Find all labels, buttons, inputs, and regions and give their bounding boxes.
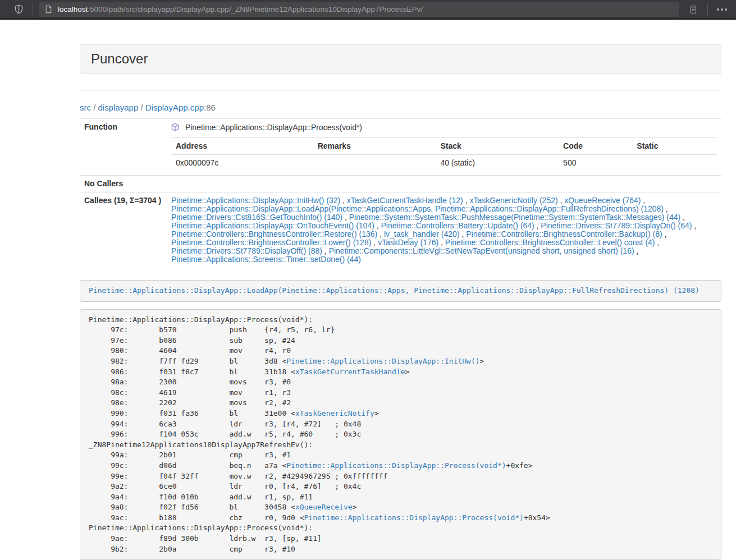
callee-link[interactable]: Pinetime::Applications::DisplayApp::Load… xyxy=(171,204,664,213)
function-name: Pinetime::Applications::DisplayApp::Proc… xyxy=(185,123,362,132)
column-static: Static xyxy=(632,138,717,155)
asm-symbol-link[interactable]: xTaskGetCurrentTaskHandle xyxy=(295,368,405,376)
callee-link[interactable]: Pinetime::Applications::Screens::Timer::… xyxy=(171,255,361,264)
browser-toolbar: localhost:5000/path/src/displayapp/Displ… xyxy=(0,0,736,20)
toolbar-divider xyxy=(33,4,33,15)
callee-link[interactable]: Pinetime::Drivers::Cst816S::GetTouchInfo… xyxy=(171,213,342,222)
app-header: Puncover xyxy=(80,44,721,74)
asm-symbol-link[interactable]: Pinetime::Applications::DisplayApp::Init… xyxy=(286,357,479,365)
toolbar-divider xyxy=(707,4,708,15)
callee-link[interactable]: lv_task_handler (420) xyxy=(384,229,460,238)
value-remarks xyxy=(313,155,436,172)
page-title: Puncover xyxy=(91,51,148,66)
assembly-listing: Pinetime::Applications::DisplayApp::Proc… xyxy=(80,309,721,560)
page-icon xyxy=(44,5,53,13)
callee-link[interactable]: vTaskDelay (176) xyxy=(378,238,438,247)
url-hostname: localhost xyxy=(58,5,88,13)
breadcrumb-line-number: :86 xyxy=(204,103,216,112)
breadcrumb-separator: / xyxy=(140,103,143,112)
asm-symbol-link[interactable]: Pinetime::Applications::DisplayApp::Proc… xyxy=(286,461,506,470)
callee-link[interactable]: Pinetime::Controllers::BrightnessControl… xyxy=(445,238,655,247)
shield-icon[interactable] xyxy=(10,2,27,17)
stats-value-row: 0x0000097c 40 (static) 500 xyxy=(171,155,717,172)
asm-symbol-link[interactable]: Pinetime::Applications::DisplayApp::Proc… xyxy=(304,513,524,522)
value-static xyxy=(632,155,717,172)
callee-link[interactable]: Pinetime::Applications::DisplayApp::OnTo… xyxy=(171,221,374,230)
no-callers-label: No Callers xyxy=(80,176,167,192)
callee-link[interactable]: Pinetime::Components::LittleVgl::SetNewT… xyxy=(329,246,634,255)
url-bar[interactable]: localhost:5000/path/src/displayapp/Displ… xyxy=(39,2,679,17)
value-code: 500 xyxy=(559,155,632,172)
no-callers-row: No Callers xyxy=(80,176,721,192)
callee-link[interactable]: Pinetime::Controllers::Battery::Update()… xyxy=(381,221,534,230)
function-table: Function Pinetime::Applications::Display… xyxy=(80,118,721,268)
callee-link[interactable]: Pinetime::Drivers::St7789::DisplayOff() … xyxy=(171,246,322,255)
value-address: 0x0000097c xyxy=(171,155,313,172)
breadcrumb: src / displayapp / DisplayApp.cpp:86 xyxy=(80,103,721,112)
function-row: Function Pinetime::Applications::Display… xyxy=(80,119,721,176)
breadcrumb-separator: / xyxy=(93,103,95,112)
asm-symbol-link[interactable]: xQueueReceive xyxy=(295,503,353,511)
column-remarks: Remarks xyxy=(313,138,436,155)
column-address: Address xyxy=(171,138,313,155)
stats-header-row: Address Remarks Stack Code Static xyxy=(171,138,717,155)
loadapp-symbol-link[interactable]: Pinetime::Applications::DisplayApp::Load… xyxy=(89,286,700,295)
value-stack: 40 (static) xyxy=(436,155,559,172)
divider xyxy=(80,90,721,91)
cube-icon xyxy=(171,125,181,134)
function-stats-table: Address Remarks Stack Code Static 0x0000… xyxy=(171,137,717,171)
callee-link[interactable]: Pinetime::System::SystemTask::PushMessag… xyxy=(349,213,681,222)
callees-label: Callees (19, Σ=3704 ) xyxy=(80,192,167,268)
column-code: Code xyxy=(559,138,632,155)
callee-link[interactable]: Pinetime::Controllers::BrightnessControl… xyxy=(466,229,662,238)
callee-link[interactable]: xTaskGenericNotify (252) xyxy=(469,196,557,205)
callee-link[interactable]: Pinetime::Applications::DisplayApp::Init… xyxy=(171,196,340,205)
breadcrumb-src[interactable]: src xyxy=(80,103,91,112)
callees-list: Pinetime::Applications::DisplayApp::Init… xyxy=(167,192,721,268)
callees-row: Callees (19, Σ=3704 ) Pinetime::Applicat… xyxy=(80,192,721,268)
breadcrumb-file[interactable]: DisplayApp.cpp xyxy=(145,103,204,112)
url-path: :5000/path/src/displayapp/DisplayApp.cpp… xyxy=(88,5,423,13)
breadcrumb-displayapp[interactable]: displayapp xyxy=(98,103,139,112)
callee-link[interactable]: Pinetime::Controllers::BrightnessControl… xyxy=(171,238,371,247)
page-content: Puncover src / displayapp / DisplayApp.c… xyxy=(80,20,721,560)
function-label: Function xyxy=(80,119,167,176)
callee-link[interactable]: Pinetime::Drivers::St7789::DisplayOn() (… xyxy=(541,221,692,230)
symbol-snippet: Pinetime::Applications::DisplayApp::Load… xyxy=(80,280,721,302)
ellipsis-menu-icon[interactable] xyxy=(714,2,730,17)
callee-link[interactable]: Pinetime::Controllers::BrightnessControl… xyxy=(171,229,377,238)
callee-link[interactable]: xQueueReceive (764) xyxy=(564,196,641,205)
column-stack: Stack xyxy=(436,138,559,155)
asm-symbol-link[interactable]: xTaskGenericNotify xyxy=(295,409,374,417)
reader-mode-icon[interactable] xyxy=(685,2,702,17)
callee-link[interactable]: xTaskGetCurrentTaskHandle (12) xyxy=(347,196,463,205)
